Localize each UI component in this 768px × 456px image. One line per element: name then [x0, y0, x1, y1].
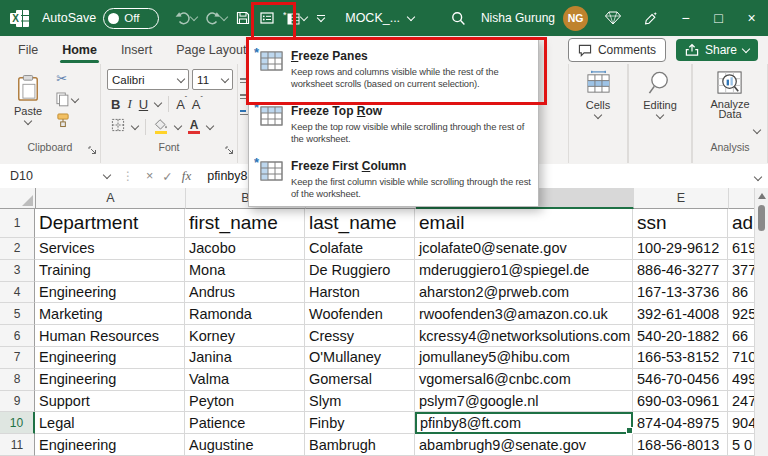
cell-A4[interactable]: Engineering: [35, 282, 185, 304]
cell-C4[interactable]: Harston: [305, 282, 415, 304]
editing-button[interactable]: Editing: [629, 64, 691, 118]
cell-A10[interactable]: Legal: [35, 412, 185, 434]
cell-E2[interactable]: 100-29-9612: [633, 238, 728, 260]
cell-C11[interactable]: Bambrugh: [305, 434, 415, 456]
avatar[interactable]: NG: [563, 6, 588, 31]
cell-B4[interactable]: Andrus: [185, 282, 305, 304]
menu-item-freeze-panes[interactable]: * Freeze Panes Keep rows and columns vis…: [249, 40, 538, 95]
cells-button[interactable]: Cells: [569, 64, 627, 118]
cell-B11[interactable]: Augustine: [185, 434, 305, 456]
cell-E10[interactable]: 874-04-8975: [633, 412, 728, 434]
minimize-button[interactable]: −: [669, 0, 702, 36]
undo-button[interactable]: [171, 8, 201, 28]
enter-icon[interactable]: ✓: [162, 169, 172, 184]
cell-C3[interactable]: De Ruggiero: [305, 260, 415, 282]
shrink-font-button[interactable]: Aˇ: [192, 97, 201, 112]
row-header-11[interactable]: 11: [0, 434, 35, 456]
file-name-control[interactable]: MOCK_...: [345, 11, 414, 25]
row-header-8[interactable]: 8: [0, 369, 35, 391]
cell-F3[interactable]: 377: [728, 260, 755, 282]
cell-C9[interactable]: Slym: [305, 391, 415, 413]
cell-F1[interactable]: ad: [728, 209, 755, 238]
tab-insert[interactable]: Insert: [109, 36, 164, 64]
cell-F7[interactable]: 710: [728, 347, 755, 369]
cell-A9[interactable]: Support: [35, 391, 185, 413]
cell-C1[interactable]: last_name: [305, 209, 415, 238]
cell-C2[interactable]: Colafate: [305, 238, 415, 260]
column-header-E[interactable]: E: [634, 188, 729, 209]
paste-button[interactable]: Paste: [8, 68, 48, 128]
cell-A8[interactable]: Engineering: [35, 369, 185, 391]
cell-C10[interactable]: Finby: [305, 412, 415, 434]
form-view-button[interactable]: [255, 7, 279, 29]
select-all-button[interactable]: [0, 188, 36, 209]
underline-button[interactable]: U: [139, 97, 148, 112]
cell-F10[interactable]: 904: [728, 412, 755, 434]
cell-B7[interactable]: Janina: [185, 347, 305, 369]
cell-F11[interactable]: 5 0: [728, 434, 755, 456]
cell-E8[interactable]: 546-70-0456: [633, 369, 728, 391]
font-size-select[interactable]: 11: [192, 69, 233, 90]
row-header-6[interactable]: 6: [0, 325, 35, 347]
cell-E1[interactable]: ssn: [633, 209, 728, 238]
scroll-up-icon[interactable]: [758, 193, 766, 199]
cells-dropdown-icon[interactable]: [594, 111, 602, 119]
cell-D3[interactable]: mderuggiero1@spiegel.de: [415, 260, 633, 282]
cell-C5[interactable]: Woofenden: [305, 303, 415, 325]
cell-E4[interactable]: 167-13-3736: [633, 282, 728, 304]
tab-file[interactable]: File: [6, 36, 50, 64]
cell-B2[interactable]: Jacobo: [185, 238, 305, 260]
fill-color-dropdown-icon[interactable]: [174, 121, 182, 129]
copy-dropdown-icon[interactable]: [71, 94, 79, 102]
customize-qat-button[interactable]: [317, 15, 325, 22]
expand-formula-bar-button[interactable]: [755, 169, 768, 183]
cell-B6[interactable]: Korney: [185, 325, 305, 347]
tab-page-layout[interactable]: Page Layout: [164, 36, 258, 64]
cell-C7[interactable]: O'Mullaney: [305, 347, 415, 369]
insert-function-button[interactable]: fx: [182, 168, 191, 184]
cell-E7[interactable]: 166-53-8152: [633, 347, 728, 369]
maximize-button[interactable]: □: [702, 0, 735, 36]
save-button[interactable]: [231, 7, 255, 29]
column-header-f[interactable]: [729, 188, 755, 209]
cell-B3[interactable]: Mona: [185, 260, 305, 282]
redo-button[interactable]: [201, 8, 231, 28]
cell-A7[interactable]: Engineering: [35, 347, 185, 369]
bold-button[interactable]: B: [111, 97, 120, 112]
comments-button[interactable]: Comments: [568, 38, 666, 62]
cell-A5[interactable]: Marketing: [35, 303, 185, 325]
cell-B1[interactable]: first_name: [185, 209, 305, 238]
cell-C8[interactable]: Gomersal: [305, 369, 415, 391]
freeze-dropdown-icon[interactable]: [300, 12, 308, 20]
cell-F5[interactable]: 925: [728, 303, 755, 325]
row-header-5[interactable]: 5: [0, 303, 35, 325]
row-header-1[interactable]: 1: [0, 209, 35, 238]
redo-dropdown-icon[interactable]: [220, 12, 228, 20]
cancel-icon[interactable]: ×: [146, 169, 153, 183]
tab-home[interactable]: Home: [50, 36, 109, 64]
cell-D4[interactable]: aharston2@prweb.com: [415, 282, 633, 304]
cell-F6[interactable]: 66: [728, 325, 755, 347]
cell-B8[interactable]: Valma: [185, 369, 305, 391]
cell-A1[interactable]: Department: [35, 209, 185, 238]
row-header-7[interactable]: 7: [0, 347, 35, 369]
menu-item-freeze-first-column[interactable]: * Freeze First Column Keep the first col…: [249, 150, 538, 205]
clipboard-dialog-launcher[interactable]: [88, 141, 97, 159]
cell-E6[interactable]: 540-20-1882: [633, 325, 728, 347]
cell-F9[interactable]: 247: [728, 391, 755, 413]
cell-D10[interactable]: pfinby8@ft.com: [415, 412, 633, 434]
italic-button[interactable]: I: [127, 96, 131, 112]
paste-dropdown-icon[interactable]: [24, 117, 32, 125]
row-header-4[interactable]: 4: [0, 282, 35, 304]
menu-item-freeze-top-row[interactable]: * Freeze Top Row Keep the top row visibl…: [249, 95, 538, 150]
cell-D6[interactable]: kcressy4@networksolutions.com: [415, 325, 633, 347]
font-dialog-launcher[interactable]: [225, 141, 234, 159]
cell-D2[interactable]: jcolafate0@senate.gov: [415, 238, 633, 260]
user-name[interactable]: Nisha Gurung: [481, 11, 555, 25]
cell-A2[interactable]: Services: [35, 238, 185, 260]
cell-D9[interactable]: pslym7@google.nl: [415, 391, 633, 413]
whats-new-button[interactable]: [594, 11, 632, 25]
cell-B5[interactable]: Ramonda: [185, 303, 305, 325]
cell-A11[interactable]: Engineering: [35, 434, 185, 456]
editing-dropdown-icon[interactable]: [656, 111, 664, 119]
